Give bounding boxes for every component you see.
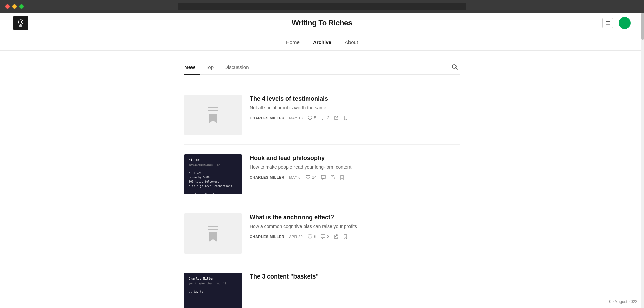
post-list: The 4 levels of testimonials Not all soc…	[184, 85, 460, 308]
post-item: The 4 levels of testimonials Not all soc…	[184, 85, 460, 145]
main-content: New Top Discussion	[171, 51, 473, 308]
like-button[interactable]: 6	[307, 234, 316, 239]
share-button[interactable]	[333, 234, 339, 239]
post-item: Charles Miller @writingtoriches · Apr 10…	[184, 263, 460, 308]
bookmark-button[interactable]	[343, 115, 348, 121]
search-button[interactable]	[450, 62, 460, 73]
window-chrome	[0, 0, 644, 13]
bookmark-button[interactable]	[339, 175, 345, 180]
filter-bar: New Top Discussion	[184, 61, 460, 75]
tab-new[interactable]: New	[184, 62, 200, 75]
post-meta: CHARLES MILLER MAY 6 14	[250, 175, 460, 180]
bookmark-icon	[339, 175, 345, 180]
post-subtitle: Not all social proof is worth the same	[250, 105, 460, 111]
bookmark-button[interactable]	[343, 234, 348, 239]
nav-home[interactable]: Home	[286, 39, 300, 50]
hamburger-icon: ☰	[605, 20, 610, 26]
thumbnail-placeholder-icon	[208, 107, 218, 123]
header-right: ☰	[602, 17, 631, 29]
like-button[interactable]: 5	[307, 115, 316, 121]
site-logo	[13, 16, 28, 30]
post-info: The 3 content "baskets"	[250, 273, 460, 283]
post-meta: CHARLES MILLER MAY 13 5 3	[250, 115, 460, 121]
thumbnail-placeholder-icon	[208, 226, 218, 242]
post-item: Miller @writingtoriches · 5h s, I've: nc…	[184, 145, 460, 204]
post-subtitle: How to make people read your long-form c…	[250, 164, 460, 171]
heart-icon	[305, 175, 311, 180]
site-header: Writing To Riches ☰	[0, 13, 644, 34]
browser-content: Writing To Riches ☰ Home Archive About N…	[0, 13, 644, 308]
share-button[interactable]	[334, 115, 339, 121]
post-title[interactable]: The 4 levels of testimonials	[250, 95, 460, 103]
comment-button[interactable]: 3	[320, 234, 329, 239]
dark-thumbnail-content: Miller @writingtoriches · 5h s, I've: nc…	[189, 158, 237, 194]
meta-actions: 6 3	[307, 234, 348, 239]
nav-archive[interactable]: Archive	[313, 39, 331, 50]
tab-top[interactable]: Top	[206, 62, 219, 75]
share-icon	[330, 175, 335, 180]
search-icon	[451, 64, 458, 70]
close-button[interactable]	[5, 4, 10, 9]
svg-point-1	[20, 21, 22, 23]
heart-icon	[307, 115, 313, 121]
footer-date: 09 August 2022	[609, 299, 637, 304]
traffic-lights	[5, 4, 24, 9]
post-thumbnail	[184, 95, 241, 135]
site-title: Writing To Riches	[292, 19, 352, 27]
nav-about[interactable]: About	[345, 39, 358, 50]
maximize-button[interactable]	[19, 4, 24, 9]
post-author: CHARLES MILLER	[250, 235, 284, 239]
post-item: What is the anchoring effect? How a comm…	[184, 204, 460, 263]
svg-line-7	[456, 68, 458, 70]
bookmark-icon	[343, 234, 348, 239]
share-button[interactable]	[330, 175, 335, 180]
share-icon	[334, 115, 339, 121]
comment-button[interactable]: 3	[320, 115, 329, 121]
scrollbar-track	[641, 13, 644, 308]
meta-actions: 5 3	[307, 115, 348, 121]
post-title[interactable]: Hook and lead philosophy	[250, 154, 460, 162]
comment-button[interactable]	[321, 175, 326, 180]
comment-icon	[320, 234, 326, 239]
post-title[interactable]: The 3 content "baskets"	[250, 273, 460, 281]
svg-point-0	[18, 20, 23, 24]
share-icon	[333, 234, 339, 239]
tab-discussion[interactable]: Discussion	[224, 62, 254, 75]
post-info: Hook and lead philosophy How to make peo…	[250, 154, 460, 180]
post-info: What is the anchoring effect? How a comm…	[250, 213, 460, 239]
dark-thumbnail-content: Charles Miller @writingtoriches · Apr 10…	[189, 276, 226, 294]
post-meta: CHARLES MILLER APR 29 6 3	[250, 234, 460, 239]
post-title[interactable]: What is the anchoring effect?	[250, 213, 460, 221]
post-thumbnail	[184, 213, 241, 254]
comment-icon	[320, 115, 326, 121]
scrollbar-thumb[interactable]	[641, 13, 644, 40]
comment-icon	[321, 175, 326, 180]
comment-count: 3	[327, 115, 329, 120]
post-subtitle: How a common cognitive bias can raise yo…	[250, 223, 460, 230]
like-count: 6	[314, 234, 316, 239]
post-thumbnail: Charles Miller @writingtoriches · Apr 10…	[184, 273, 241, 308]
like-count: 5	[314, 115, 316, 120]
bookmark-icon	[343, 115, 348, 121]
post-date: APR 29	[289, 235, 303, 239]
address-bar[interactable]	[178, 3, 466, 10]
avatar[interactable]	[619, 17, 631, 29]
post-date: MAY 6	[289, 175, 301, 179]
hamburger-button[interactable]: ☰	[602, 18, 613, 28]
meta-actions: 14	[305, 175, 345, 180]
like-count: 14	[312, 175, 317, 180]
filter-tabs: New Top Discussion	[184, 61, 260, 74]
post-author: CHARLES MILLER	[250, 175, 284, 179]
heart-icon	[307, 234, 313, 239]
site-nav: Home Archive About	[0, 34, 644, 51]
minimize-button[interactable]	[12, 4, 17, 9]
post-date: MAY 13	[289, 116, 303, 120]
post-info: The 4 levels of testimonials Not all soc…	[250, 95, 460, 121]
comment-count: 3	[327, 234, 329, 239]
like-button[interactable]: 14	[305, 175, 317, 180]
post-thumbnail: Miller @writingtoriches · 5h s, I've: nc…	[184, 154, 241, 194]
post-author: CHARLES MILLER	[250, 116, 284, 120]
